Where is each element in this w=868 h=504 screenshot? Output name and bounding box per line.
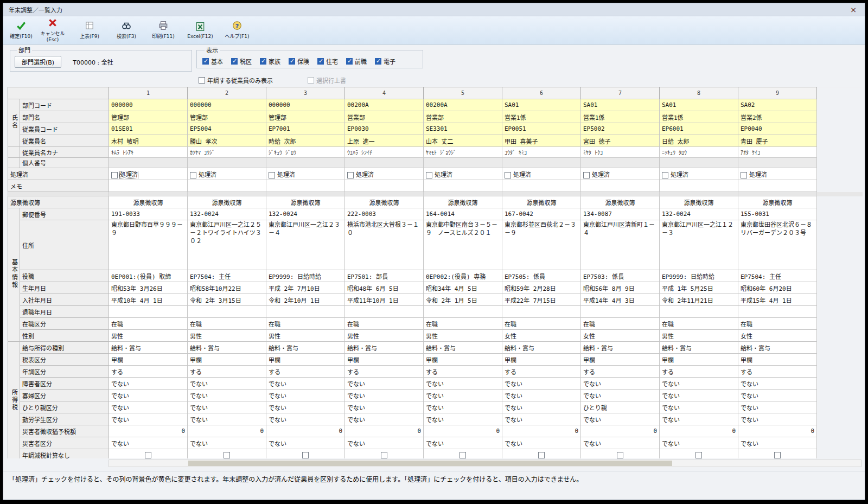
processed-checkbox[interactable] bbox=[662, 172, 668, 178]
grid-cell[interactable]: でない bbox=[188, 413, 266, 425]
grid-cell[interactable]: 男性 bbox=[109, 330, 188, 342]
grid-cell[interactable]: 昭和34年 4月 5日 bbox=[424, 282, 502, 294]
checkbox-unchecked-icon[interactable] bbox=[199, 77, 205, 84]
checkbox-checked-icon[interactable] bbox=[202, 58, 209, 65]
processed-checkbox[interactable] bbox=[269, 172, 275, 178]
grid-cell[interactable]: 処理済 bbox=[502, 168, 581, 180]
grid-cell[interactable]: 在職 bbox=[188, 318, 266, 330]
grid-cell[interactable]: 甲欄 bbox=[424, 354, 502, 366]
checkbox-checked-icon[interactable] bbox=[317, 58, 324, 65]
help-button[interactable]: ? ヘルプ(F1) bbox=[221, 17, 253, 43]
grid-cell[interactable]: 営業部 bbox=[345, 111, 424, 123]
grid-cell[interactable]: でない bbox=[424, 413, 502, 425]
grid-cell[interactable]: 昭和60年 6月20日 bbox=[738, 282, 817, 294]
grid-cell[interactable]: EP0051 bbox=[502, 123, 581, 135]
grid-cell[interactable]: 平成 1年 5月25日 bbox=[660, 282, 738, 294]
grid-cell[interactable]: でない bbox=[345, 378, 424, 390]
grid-cell[interactable] bbox=[738, 306, 817, 318]
grid-cell[interactable]: でない bbox=[738, 401, 817, 413]
grid-cell[interactable] bbox=[660, 306, 738, 318]
grid-cell[interactable]: 昭和56年 8月 9日 bbox=[581, 282, 660, 294]
grid-cell[interactable]: でない bbox=[660, 413, 738, 425]
grid-cell[interactable]: 木村 敏明 bbox=[109, 135, 188, 147]
grid-cell[interactable]: 令和 2年 1月 5日 bbox=[424, 294, 502, 306]
grid-cell[interactable]: SE3301 bbox=[424, 123, 502, 135]
column-header[interactable]: 1 bbox=[109, 87, 188, 99]
processed-checkbox[interactable] bbox=[741, 172, 747, 178]
grid-cell[interactable]: でない bbox=[188, 378, 266, 390]
grid-cell[interactable]: ひとり親 bbox=[581, 401, 660, 413]
grid-cell[interactable]: でない bbox=[266, 437, 345, 449]
grid-cell[interactable]: 処理済 bbox=[188, 168, 266, 180]
grid-cell[interactable]: ｷﾑﾗ ﾄｼｱｷ bbox=[109, 147, 188, 158]
grid-cell[interactable]: 男性 bbox=[345, 330, 424, 342]
grid-cell[interactable]: 給料・賞与 bbox=[188, 342, 266, 354]
grid-cell[interactable]: 東京都世田谷区北沢６－８リバーガーデン２０３号 bbox=[738, 220, 817, 270]
grid-cell[interactable] bbox=[660, 158, 738, 168]
processed-checkbox[interactable] bbox=[190, 172, 196, 178]
grid-cell[interactable]: 宮田 徳子 bbox=[581, 135, 660, 147]
grid-cell[interactable]: 甲田 喜美子 bbox=[502, 135, 581, 147]
column-header[interactable]: 2 bbox=[188, 87, 266, 99]
grid-cell[interactable] bbox=[345, 180, 424, 192]
search-button[interactable]: 検索(F3) bbox=[111, 17, 142, 43]
grid-cell[interactable]: 令和 2年 3月15日 bbox=[188, 294, 266, 306]
grid-cell[interactable]: でない bbox=[424, 401, 502, 413]
grid-cell[interactable]: EP7503: 係長 bbox=[581, 270, 660, 282]
grid-cell[interactable]: する bbox=[581, 366, 660, 378]
grid-cell[interactable]: 平成10年 4月 1日 bbox=[109, 294, 188, 306]
processed-checkbox[interactable] bbox=[426, 172, 432, 178]
grid-cell[interactable]: 給料・賞与 bbox=[424, 342, 502, 354]
processed-checkbox[interactable] bbox=[583, 172, 590, 178]
withholding-ledger-button[interactable]: 源泉徴収簿 bbox=[345, 196, 424, 208]
grid-cell[interactable]: でない bbox=[109, 390, 188, 401]
processed-checkbox[interactable] bbox=[111, 172, 118, 178]
grid-cell[interactable]: 132-0024 bbox=[660, 208, 738, 220]
grid-cell[interactable]: 処理済 bbox=[424, 168, 502, 180]
grid-cell[interactable]: 女性 bbox=[738, 330, 817, 342]
horizontal-scrollbar[interactable] bbox=[108, 460, 861, 467]
cancel-button[interactable]: キャンセル(Esc) bbox=[37, 17, 68, 43]
grid-cell[interactable] bbox=[738, 180, 817, 192]
grid-cell[interactable]: でない bbox=[738, 413, 817, 425]
grid-cell[interactable]: 0 bbox=[345, 425, 424, 437]
grid-cell[interactable]: 山本 丈二 bbox=[424, 135, 502, 147]
grid-cell[interactable]: EP7001 bbox=[266, 123, 345, 135]
withholding-ledger-button[interactable]: 源泉徴収簿 bbox=[424, 196, 502, 208]
grid-cell[interactable]: 在職 bbox=[424, 318, 502, 330]
grid-cell[interactable]: EP9999: 日給時給 bbox=[266, 270, 345, 282]
grid-cell[interactable]: 東京都中野区南台３－５－９ ノースヒルズ２０１ bbox=[424, 220, 502, 270]
grid-cell[interactable]: でない bbox=[109, 413, 188, 425]
grid-cell[interactable]: ｺｳﾀﾞ ｷﾐｺ bbox=[502, 147, 581, 158]
grid-cell[interactable]: 処理済 bbox=[660, 168, 738, 180]
grid-cell[interactable]: 164-0014 bbox=[424, 208, 502, 220]
grid-cell[interactable]: でない bbox=[266, 378, 345, 390]
checkbox-checked-icon[interactable] bbox=[260, 58, 266, 65]
grid-cell[interactable] bbox=[502, 180, 581, 192]
grid-cell[interactable]: 平成15年 4月 1日 bbox=[738, 294, 817, 306]
grid-cell[interactable]: 000000 bbox=[188, 99, 266, 111]
grid-cell[interactable]: 132-0024 bbox=[266, 208, 345, 220]
print-button[interactable]: 印刷(F11) bbox=[148, 17, 179, 43]
display-option-insurance[interactable]: 保険 bbox=[289, 57, 309, 66]
no-reduction-checkbox[interactable] bbox=[145, 452, 151, 458]
grid-cell[interactable]: でない bbox=[188, 401, 266, 413]
grid-cell[interactable] bbox=[188, 449, 266, 459]
grid-cell[interactable]: する bbox=[738, 366, 817, 378]
grid-cell[interactable] bbox=[424, 449, 502, 459]
grid-cell[interactable] bbox=[266, 306, 345, 318]
grid-cell[interactable]: 167-0042 bbox=[502, 208, 581, 220]
grid-cell[interactable]: でない bbox=[345, 390, 424, 401]
grid-cell[interactable] bbox=[424, 180, 502, 192]
grid-cell[interactable]: 東京都江戸川区一之江２３－４ bbox=[266, 220, 345, 270]
display-option-housing[interactable]: 住宅 bbox=[317, 57, 338, 66]
upper-table-button[interactable]: 上表(F9) bbox=[74, 17, 105, 43]
checkbox-checked-icon[interactable] bbox=[289, 58, 295, 65]
grid-cell[interactable]: ｼﾞｷｭｳ ｼﾞﾛｳ bbox=[266, 147, 345, 158]
grid-cell[interactable] bbox=[345, 158, 424, 168]
grid-cell[interactable]: 給料・賞与 bbox=[660, 342, 738, 354]
grid-cell[interactable]: 01SE01 bbox=[109, 123, 188, 135]
grid-cell[interactable]: 営業1係 bbox=[502, 111, 581, 123]
grid-cell[interactable]: EP7505: 係員 bbox=[502, 270, 581, 282]
withholding-ledger-button[interactable]: 源泉徴収簿 bbox=[188, 196, 266, 208]
